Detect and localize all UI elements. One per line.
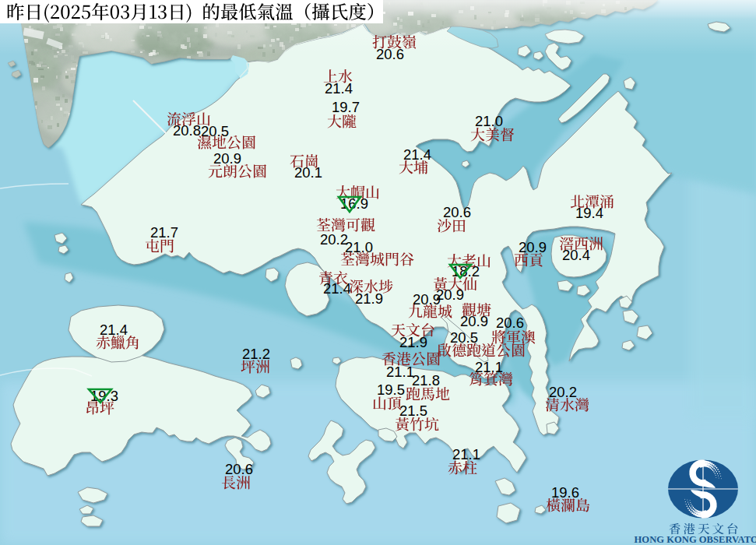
svg-text:20.6: 20.6 xyxy=(376,46,404,62)
svg-text:20.2: 20.2 xyxy=(320,231,348,248)
svg-text:19.7: 19.7 xyxy=(332,99,360,115)
svg-text:21.2: 21.2 xyxy=(242,346,270,362)
svg-text:21.8: 21.8 xyxy=(412,372,440,389)
svg-text:20.6: 20.6 xyxy=(496,315,524,331)
svg-text:20.4: 20.4 xyxy=(562,247,590,263)
svg-text:20.9: 20.9 xyxy=(519,239,547,255)
svg-text:20.8: 20.8 xyxy=(173,122,201,139)
svg-text:21.5: 21.5 xyxy=(399,403,427,419)
svg-text:21.4: 21.4 xyxy=(100,322,128,338)
svg-text:21.9: 21.9 xyxy=(399,334,427,350)
svg-text:21.7: 21.7 xyxy=(150,224,178,241)
svg-text:21.4: 21.4 xyxy=(323,280,351,297)
svg-text:21.4: 21.4 xyxy=(325,80,353,97)
svg-text:21.9: 21.9 xyxy=(355,290,383,307)
svg-text:20.2: 20.2 xyxy=(549,384,577,400)
svg-text:19.5: 19.5 xyxy=(377,382,405,398)
svg-text:21.1: 21.1 xyxy=(386,364,414,380)
svg-text:20.5: 20.5 xyxy=(450,329,478,346)
svg-text:20.9: 20.9 xyxy=(413,291,441,308)
svg-text:21.1: 21.1 xyxy=(452,446,480,462)
svg-text:20.9: 20.9 xyxy=(460,313,488,329)
svg-text:21.1: 21.1 xyxy=(475,359,503,375)
svg-text:21.4: 21.4 xyxy=(403,146,431,163)
svg-text:HONG KONG OBSERVATORY: HONG KONG OBSERVATORY xyxy=(635,534,756,545)
svg-text:21.0: 21.0 xyxy=(345,239,373,255)
svg-text:20.6: 20.6 xyxy=(225,461,253,477)
svg-text:19.4: 19.4 xyxy=(575,205,603,221)
svg-text:20.9: 20.9 xyxy=(213,150,241,167)
svg-text:20.6: 20.6 xyxy=(443,204,471,220)
svg-text:20.1: 20.1 xyxy=(294,164,322,181)
svg-text:19.6: 19.6 xyxy=(551,484,579,501)
svg-text:21.0: 21.0 xyxy=(475,113,503,129)
svg-text:20.5: 20.5 xyxy=(201,123,229,139)
